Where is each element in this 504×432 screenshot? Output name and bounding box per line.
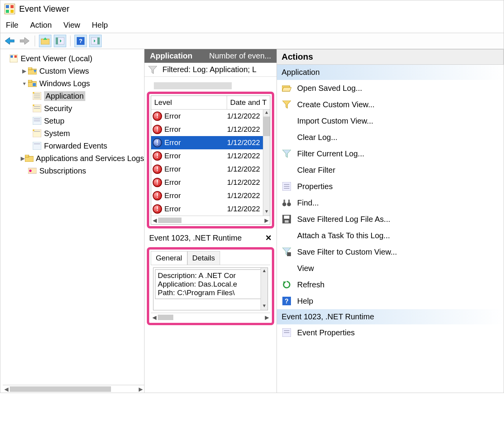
event-row[interactable]: !Error1/12/2022 <box>151 189 270 202</box>
svg-rect-25 <box>33 83 36 86</box>
event-row[interactable]: !Error1/12/2022 <box>151 176 270 189</box>
action-label: Filter Current Log... <box>297 149 364 158</box>
error-icon: ! <box>153 191 162 200</box>
tab-general[interactable]: General <box>151 251 187 265</box>
detail-hscroll[interactable]: ◀ ▶ <box>151 313 270 321</box>
action-find[interactable]: Find... <box>277 195 504 211</box>
action-open-saved-log[interactable]: Open Saved Log... <box>277 80 504 96</box>
svg-rect-24 <box>28 80 32 82</box>
level-text: Error <box>164 138 181 147</box>
svg-rect-10 <box>56 37 58 44</box>
tree-label: Applications and Services Logs <box>36 154 144 163</box>
filter-text: Filtered: Log: Application; L <box>162 65 256 74</box>
action-save-filtered[interactable]: Save Filtered Log File As... <box>277 211 504 227</box>
menu-view[interactable]: View <box>63 21 80 30</box>
tree-windows-logs[interactable]: ▾ Windows Logs <box>3 77 144 90</box>
up-folder-button[interactable] <box>39 35 51 47</box>
action-filter-current-log[interactable]: Filter Current Log... <box>277 145 504 162</box>
scroll-left-icon[interactable]: ◀ <box>151 314 158 320</box>
show-hide-action-button[interactable] <box>89 35 102 47</box>
detail-vscroll[interactable]: ▲ ▼ <box>261 268 268 310</box>
divider <box>154 82 232 89</box>
grid-hscroll[interactable]: ◀ ▶ <box>151 216 270 224</box>
menubar: File Action View Help <box>0 18 504 33</box>
scroll-left-icon[interactable]: ◀ <box>3 386 10 392</box>
properties-icon <box>282 181 292 191</box>
action-create-custom-view[interactable]: Create Custom View... <box>277 96 504 113</box>
scroll-left-icon[interactable]: ◀ <box>151 217 158 223</box>
funnel-icon <box>282 99 292 110</box>
action-view[interactable]: View <box>277 260 504 276</box>
show-hide-tree-button[interactable] <box>54 35 66 47</box>
tree-label: Setup <box>44 117 64 126</box>
tab-details[interactable]: Details <box>187 251 220 265</box>
log-icon <box>32 129 42 138</box>
binoculars-icon <box>282 198 292 208</box>
action-event-properties[interactable]: Event Properties <box>277 324 504 341</box>
action-properties[interactable]: Properties <box>277 178 504 195</box>
help-button[interactable]: ? <box>74 35 87 47</box>
scroll-up-icon[interactable]: ▲ <box>263 110 270 117</box>
scroll-up-icon[interactable]: ▲ <box>261 268 268 275</box>
collapse-icon[interactable]: ▾ <box>21 80 28 87</box>
menu-help[interactable]: Help <box>92 21 108 30</box>
center-count: Number of even... <box>209 51 271 60</box>
svg-rect-4 <box>11 10 14 13</box>
expand-icon[interactable]: ▶ <box>21 155 25 161</box>
action-clear-log[interactable]: Clear Log... <box>277 129 504 145</box>
forward-button[interactable] <box>18 35 31 47</box>
grid-header: Level Date and T <box>151 96 270 110</box>
scroll-right-icon[interactable]: ▶ <box>137 386 144 392</box>
action-import-custom-view[interactable]: Import Custom View... <box>277 113 504 129</box>
event-row[interactable]: !Error1/12/2022 <box>151 123 270 136</box>
log-icon <box>32 141 42 150</box>
error-icon: ! <box>153 204 162 214</box>
scroll-thumb[interactable] <box>158 315 173 320</box>
tree-forwarded[interactable]: Forwarded Events <box>3 140 144 152</box>
action-save-filter-custom[interactable]: Save Filter to Custom View... <box>277 244 504 260</box>
svg-rect-41 <box>33 142 41 150</box>
scroll-thumb[interactable] <box>10 386 111 392</box>
close-icon[interactable]: ✕ <box>265 233 272 243</box>
tree-custom-views[interactable]: ▶ Custom Views <box>3 65 144 77</box>
event-row[interactable]: !Error1/12/2022 <box>151 149 270 163</box>
level-text: Error <box>164 191 181 200</box>
tree-apps-services[interactable]: ▶ Applications and Services Logs <box>3 152 144 165</box>
col-date[interactable]: Date and T <box>227 96 270 109</box>
event-row[interactable]: !Error1/12/2022 <box>151 136 270 149</box>
tree-root[interactable]: Event Viewer (Local) <box>3 52 144 65</box>
event-row[interactable]: !Error1/12/2022 <box>151 202 270 216</box>
save-icon <box>282 214 292 224</box>
action-attach-task[interactable]: Attach a Task To this Log... <box>277 227 504 244</box>
svg-rect-58 <box>284 200 285 203</box>
svg-rect-3 <box>6 10 9 13</box>
action-label: Refresh <box>297 280 324 289</box>
col-level[interactable]: Level <box>151 96 227 109</box>
expand-icon[interactable]: ▶ <box>21 68 28 74</box>
scroll-thumb[interactable] <box>263 117 270 136</box>
scroll-thumb[interactable] <box>158 218 182 223</box>
back-button[interactable] <box>4 35 16 47</box>
tree-security[interactable]: Security <box>3 102 144 115</box>
grid-vscroll[interactable]: ▲ ▼ <box>263 110 270 216</box>
action-label: Properties <box>297 182 333 191</box>
event-row[interactable]: !Error1/12/2022 <box>151 163 270 176</box>
svg-text:?: ? <box>285 298 289 305</box>
scroll-right-icon[interactable]: ▶ <box>263 217 270 223</box>
action-label: Create Custom View... <box>297 100 375 109</box>
tree-system[interactable]: System <box>3 127 144 140</box>
menu-action[interactable]: Action <box>30 21 52 30</box>
action-clear-filter[interactable]: Clear Filter <box>277 162 504 178</box>
funnel-icon <box>148 66 157 74</box>
tree-application[interactable]: Application <box>3 90 144 102</box>
tree-hscroll[interactable]: ◀ ▶ <box>3 385 144 393</box>
menu-file[interactable]: File <box>6 21 18 30</box>
scroll-down-icon[interactable]: ▼ <box>263 209 270 216</box>
action-refresh[interactable]: Refresh <box>277 276 504 293</box>
scroll-down-icon[interactable]: ▼ <box>261 303 268 310</box>
tree-setup[interactable]: Setup <box>3 115 144 127</box>
scroll-right-icon[interactable]: ▶ <box>263 314 270 320</box>
event-row[interactable]: !Error1/12/2022 <box>151 110 270 123</box>
action-help[interactable]: ? Help <box>277 293 504 309</box>
tree-subscriptions[interactable]: Subscriptions <box>3 165 144 177</box>
